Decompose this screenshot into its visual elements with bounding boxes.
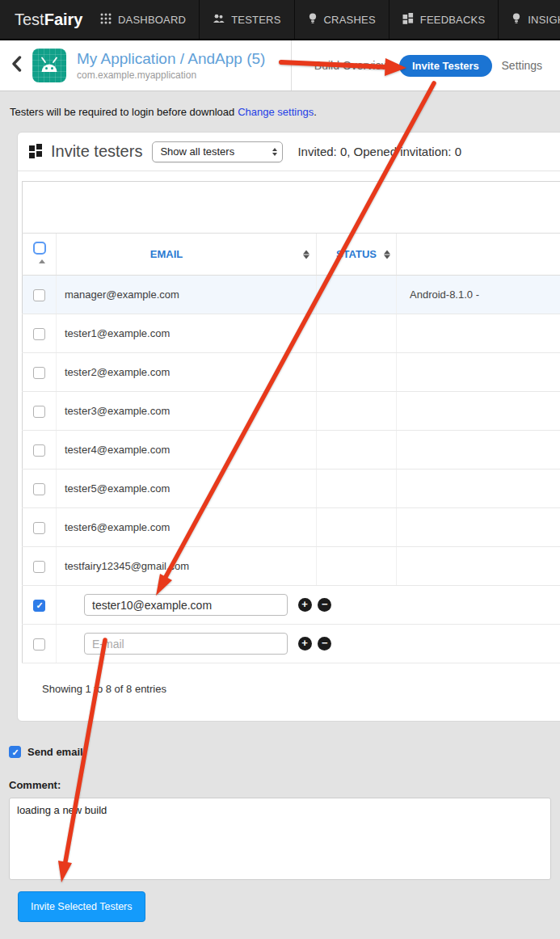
build-name-link[interactable]: AndApp (5) [187, 50, 265, 67]
email-input[interactable] [84, 633, 288, 655]
row-checkbox[interactable] [33, 638, 45, 651]
email-input-cell: + − [57, 625, 560, 663]
email-input-cell: + − [57, 586, 560, 625]
testers-table-wrap: EMAIL STATUS manager@example.com Android… [22, 181, 560, 721]
add-row-button[interactable]: + [298, 637, 312, 651]
nav-item-label: FEEDBACKS [420, 14, 486, 26]
nav-item-testers[interactable]: TESTERS [199, 0, 293, 39]
sort-ascending-icon[interactable] [39, 259, 45, 263]
row-checkbox-cell [23, 314, 57, 353]
nav-item-label: TESTERS [231, 14, 280, 26]
row-checkbox[interactable] [33, 406, 45, 418]
back-button[interactable] [0, 56, 32, 75]
logo-text-fairy: Fairy [44, 11, 83, 29]
row-checkbox[interactable] [33, 328, 45, 340]
tester-table-body: manager@example.com Android-8.1.0 - test… [23, 276, 560, 663]
row-checkbox-cell [23, 353, 57, 392]
table-header-row: EMAIL STATUS [23, 234, 560, 276]
row-checkbox[interactable] [33, 561, 45, 573]
android-app-icon [32, 48, 66, 82]
row-email: manager@example.com [57, 276, 317, 314]
row-email: tester4@example.com [57, 431, 317, 470]
row-checkbox-cell [23, 547, 57, 586]
status-sort-icon[interactable] [384, 250, 390, 259]
invite-stats: Invited: 0, Opened invitation: 0 [297, 145, 461, 158]
table-row: tester4@example.com [23, 431, 560, 470]
tab-build-overview[interactable]: Build Overview [314, 59, 389, 72]
row-checkbox[interactable] [33, 522, 45, 534]
row-email: tester2@example.com [57, 353, 317, 392]
row-build: Android-8.1.0 - [397, 276, 560, 314]
table-row: manager@example.com Android-8.1.0 - [23, 276, 560, 314]
add-row-button[interactable]: + [298, 598, 312, 612]
crashes-icon [308, 13, 318, 27]
insights-icon [512, 13, 521, 27]
table-toolbar-row [23, 182, 560, 234]
email-column-header[interactable]: EMAIL [57, 234, 317, 276]
panel-title: Invite testers [51, 142, 142, 161]
nav-item-feedbacks[interactable]: FEEDBACKS [389, 0, 499, 39]
invite-testers-card: Invite testers Show all testers Invited:… [17, 132, 560, 722]
comment-textarea[interactable] [9, 798, 551, 880]
row-checkbox[interactable] [33, 289, 45, 301]
nav-item-insights[interactable]: INSIGHTS [498, 0, 560, 39]
tab-settings[interactable]: Settings [502, 59, 543, 72]
nav-item-dashboard[interactable]: DASHBOARD [87, 0, 199, 39]
table-row: tester5@example.com [23, 470, 560, 508]
row-email: testfairy12345@gmail.com [57, 547, 317, 586]
email-sort-icon[interactable] [303, 250, 309, 259]
notice-text: Testers will be required to login before… [10, 106, 234, 118]
row-status [317, 431, 397, 470]
package-name: com.example.myapplication [77, 69, 291, 81]
nav-item-crashes[interactable]: CRASHES [294, 0, 389, 39]
row-status [317, 392, 397, 431]
invite-selected-testers-button[interactable]: Invite Selected Testers [18, 891, 145, 922]
app-header: My Application / AndApp (5) com.example.… [0, 40, 560, 91]
send-email-checkbox[interactable] [9, 746, 21, 758]
row-status [317, 547, 397, 586]
row-checkbox-cell [23, 431, 57, 470]
email-input[interactable] [84, 594, 288, 616]
row-status [317, 470, 397, 508]
row-build [397, 431, 560, 470]
change-settings-link[interactable]: Change settings [238, 106, 314, 118]
remove-row-button[interactable]: − [318, 598, 331, 612]
row-status [317, 353, 397, 392]
row-status [317, 508, 397, 547]
notice-period: . [314, 106, 317, 118]
row-checkbox-cell [23, 586, 57, 625]
invite-testers-icon [29, 145, 42, 158]
remove-row-button[interactable]: − [318, 637, 331, 651]
tester-filter-select[interactable]: Show all testers [152, 141, 283, 162]
row-checkbox[interactable] [33, 483, 45, 495]
page-title: My Application / AndApp (5) [77, 50, 291, 68]
android-robot-icon [37, 55, 61, 76]
card-header: Invite testers Show all testers Invited:… [18, 133, 560, 171]
status-column-header[interactable]: STATUS [317, 234, 397, 276]
row-checkbox[interactable] [33, 600, 45, 612]
table-entries-summary: Showing 1 to 8 of 8 entries [22, 663, 560, 721]
nav-item-label: CRASHES [324, 14, 376, 26]
row-checkbox-cell [23, 392, 57, 431]
build-column-header [397, 234, 560, 276]
table-row: tester6@example.com [23, 508, 560, 547]
nav-item-label: INSIGHTS [528, 14, 560, 26]
select-all-checkbox[interactable] [33, 242, 46, 255]
app-name-link[interactable]: My Application [77, 50, 176, 67]
row-checkbox[interactable] [33, 367, 45, 379]
testfairy-logo[interactable]: TestFairy [0, 0, 87, 39]
send-email-label: Send email [27, 746, 83, 758]
top-nav-bar: TestFairy DASHBOARD TESTERS CRASHES FEED… [0, 0, 560, 40]
card-header-divider [18, 171, 560, 171]
row-email: tester3@example.com [57, 392, 317, 431]
row-email: tester6@example.com [57, 508, 317, 547]
table-row: tester1@example.com [23, 314, 560, 353]
email-column-label: EMAIL [150, 248, 183, 260]
app-title-block: My Application / AndApp (5) com.example.… [77, 50, 291, 81]
filter-selected-value: Show all testers [160, 145, 234, 158]
tab-invite-testers[interactable]: Invite Testers [399, 55, 492, 77]
row-checkbox[interactable] [33, 444, 45, 457]
table-row: tester2@example.com [23, 353, 560, 392]
logo-text-test: Test [15, 11, 44, 29]
select-all-header-cell [23, 234, 57, 276]
